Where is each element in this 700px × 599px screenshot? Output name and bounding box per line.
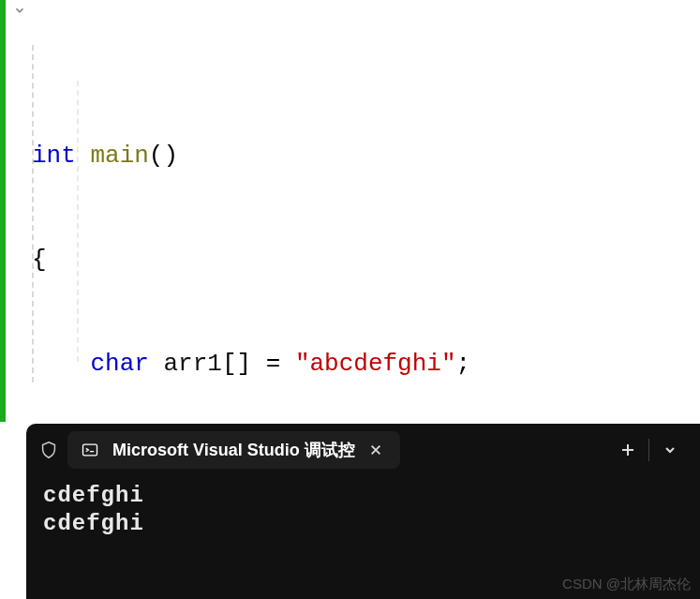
terminal-tab[interactable]: Microsoft Visual Studio 调试控 [67,431,400,469]
terminal-tabbar-actions [607,431,691,469]
new-tab-button[interactable] [607,431,648,469]
close-icon[interactable] [365,439,387,461]
semicolon: ; [456,350,471,378]
function-name: main [90,142,148,170]
code-editor[interactable]: int main() { char arr1[] = "abcdefghi"; … [0,0,700,422]
equals: = [251,350,295,378]
indent-guide [32,45,34,382]
terminal-tab-title: Microsoft Visual Studio 调试控 [112,439,355,461]
type-keyword: char [90,350,148,378]
terminal-output[interactable]: cdefghi cdefghi [26,476,700,544]
code-area[interactable]: int main() { char arr1[] = "abcdefghi"; … [32,0,700,422]
terminal-output-line: cdefghi [43,482,683,510]
fold-chevron-icon[interactable] [13,4,26,17]
svg-rect-0 [83,444,97,456]
type-keyword: int [32,142,76,170]
indent-guide [77,81,79,362]
terminal-panel[interactable]: Microsoft Visual Studio 调试控 cdefghi cdef… [26,424,700,599]
code-line: { [32,243,700,277]
open-brace: { [32,246,47,274]
identifier: arr1 [163,350,221,378]
code-line: int main() [32,139,700,173]
tab-dropdown-button[interactable] [649,431,691,469]
gutter[interactable] [6,0,32,422]
code-line: char arr1[] = "abcdefghi"; [32,347,700,382]
terminal-output-line: cdefghi [43,510,683,538]
brackets: [] [222,350,251,378]
shield-icon[interactable] [36,437,62,463]
terminal-tabbar: Microsoft Visual Studio 调试控 [26,424,700,476]
string-literal: "abcdefghi" [295,350,456,378]
watermark: CSDN @北林周杰伦 [562,576,691,593]
console-icon [77,437,103,463]
